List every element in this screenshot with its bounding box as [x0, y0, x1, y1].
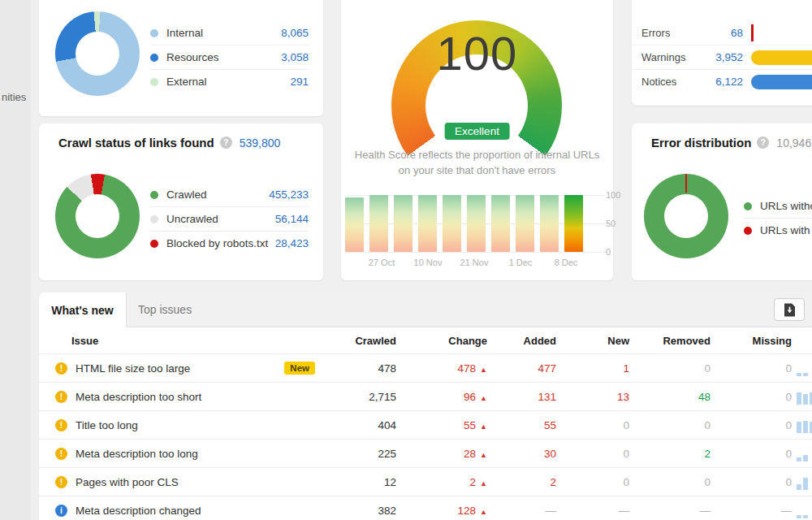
change-up-icon: ▲ — [476, 451, 487, 459]
help-icon[interactable]: ? — [220, 136, 232, 149]
crawl-legend: Crawled455,233Uncrawled56,144Blocked by … — [150, 183, 309, 255]
column-header-crawled[interactable]: Crawled — [323, 335, 396, 347]
legend-dot-icon — [744, 227, 752, 235]
legend-label: Crawled — [166, 188, 262, 201]
summary-value-link[interactable]: 68 — [692, 27, 743, 39]
summary-value-link[interactable]: 6,122 — [692, 76, 743, 88]
issue-link[interactable]: Meta description too long — [76, 448, 198, 460]
crawled-value: 12 — [323, 476, 396, 488]
missing-value: 0 — [710, 391, 792, 403]
table-row[interactable]: !Meta description too short2,71596▲13113… — [39, 382, 812, 410]
legend-value-link[interactable]: 455,233 — [269, 188, 309, 201]
change-value: 128▲ — [396, 505, 487, 517]
sparkline-bar — [797, 392, 801, 405]
change-up-icon: ▲ — [476, 394, 487, 402]
legend-dot-icon — [150, 240, 158, 248]
change-value: 478▲ — [396, 362, 487, 375]
crawled-value: 478 — [323, 362, 396, 375]
issue-summary-rows: Errors68Warnings3,952Notices6,122 — [632, 21, 812, 93]
summary-bar-track — [751, 70, 812, 93]
missing-value: — — [710, 505, 792, 517]
removed-value: 0 — [629, 362, 710, 375]
issue-link[interactable]: Title too long — [76, 419, 138, 431]
warning-icon: ! — [55, 476, 67, 488]
crawled-value: 382 — [323, 505, 396, 517]
crawl-total-link[interactable]: 539,800 — [240, 136, 281, 150]
new-value: 13 — [556, 391, 629, 403]
column-header-added[interactable]: Added — [487, 335, 556, 347]
card-title: Error distribution — [651, 136, 751, 150]
legend-value-link[interactable]: 291 — [290, 76, 309, 88]
column-header-new[interactable]: New — [556, 335, 629, 347]
health-score-bar — [418, 195, 437, 252]
missing-value: 0 — [710, 419, 792, 431]
health-score-bar — [443, 195, 461, 252]
legend-value-link[interactable]: 3,058 — [281, 51, 309, 63]
table-row[interactable]: !Title too long40455▲55000 — [39, 410, 812, 439]
change-up-icon: ▲ — [476, 422, 487, 431]
summary-label: Errors — [641, 27, 692, 39]
removed-value: 0 — [629, 419, 710, 431]
issue-link[interactable]: HTML file size too large — [76, 362, 190, 375]
issue-link[interactable]: Pages with poor CLS — [76, 476, 179, 488]
change-up-icon: ▲ — [476, 479, 487, 488]
health-score-value: 100 — [341, 26, 613, 80]
legend-dot-icon — [150, 78, 158, 86]
table-row[interactable]: iMeta description changed382128▲———— — [39, 496, 812, 520]
health-score-bar — [516, 195, 534, 252]
tab-whats-new[interactable]: What's new — [39, 292, 127, 327]
table-row[interactable]: !HTML file size too largeNew478478▲47710… — [39, 353, 812, 382]
legend-item: URLs without — [744, 194, 812, 218]
warning-icon: ! — [55, 391, 67, 403]
sidebar-item-partial[interactable]: nities — [2, 91, 26, 103]
y-axis-tick: 100 — [606, 190, 630, 200]
issues-table-card: What's new Top issues IssueCrawledChange… — [39, 292, 812, 520]
sparkline-bar — [803, 515, 808, 518]
change-number: 55 — [464, 419, 476, 431]
column-header-issue[interactable]: Issue — [39, 335, 323, 347]
legend-value-link[interactable]: 28,423 — [275, 237, 309, 249]
new-value: 1 — [556, 362, 629, 375]
change-number: 28 — [464, 448, 476, 460]
export-file-icon — [784, 303, 796, 317]
added-value: 55 — [487, 419, 556, 431]
column-header-removed[interactable]: Removed — [629, 335, 710, 347]
legend-item: Resources3,058 — [150, 45, 309, 69]
legend-dot-icon — [744, 202, 752, 210]
change-value: 2▲ — [396, 476, 487, 488]
export-button[interactable] — [774, 298, 805, 321]
table-row[interactable]: !Pages with poor CLS122▲2000 — [39, 467, 812, 496]
crawl-donut-chart — [55, 174, 140, 258]
card-title: Crawl status of links found — [58, 136, 214, 150]
added-value: 30 — [487, 448, 556, 460]
legend-value-link[interactable]: 8,065 — [281, 27, 309, 39]
warning-icon: ! — [55, 419, 67, 431]
crawled-value: 225 — [323, 448, 396, 460]
tab-top-issues[interactable]: Top issues — [138, 292, 192, 327]
column-header-change[interactable]: Change — [396, 335, 487, 347]
legend-label: URLs without — [760, 200, 812, 212]
issue-cell: !Title too long — [39, 419, 323, 431]
issue-link[interactable]: Meta description changed — [76, 505, 201, 517]
sparkline-bar — [797, 373, 801, 376]
chart-gridline — [345, 252, 605, 253]
sparkline-bar — [803, 478, 808, 490]
error-distribution-legend: URLs withoutURLs with er — [744, 194, 812, 242]
left-sidebar: nities — [0, 0, 31, 520]
summary-value-link[interactable]: 3,952 — [692, 51, 743, 63]
crawled-value: 404 — [323, 419, 396, 431]
x-axis-tick: 21 Nov — [450, 258, 499, 267]
crawled-value: 2,715 — [323, 391, 396, 403]
help-icon[interactable]: ? — [757, 136, 769, 149]
issue-link[interactable]: Meta description too short — [76, 391, 201, 403]
x-axis-tick: 1 Dec — [496, 258, 545, 267]
summary-bar-track — [751, 46, 812, 69]
links-donut-chart — [55, 11, 140, 96]
removed-value: 0 — [629, 476, 710, 488]
legend-value-link[interactable]: 56,144 — [275, 213, 309, 225]
new-value: 0 — [556, 448, 629, 460]
issue-cell: !Pages with poor CLS — [39, 476, 323, 488]
change-value: 96▲ — [396, 391, 487, 403]
table-row[interactable]: !Meta description too long22528▲30020 — [39, 439, 812, 467]
column-header-missing[interactable]: Missing — [710, 335, 792, 347]
